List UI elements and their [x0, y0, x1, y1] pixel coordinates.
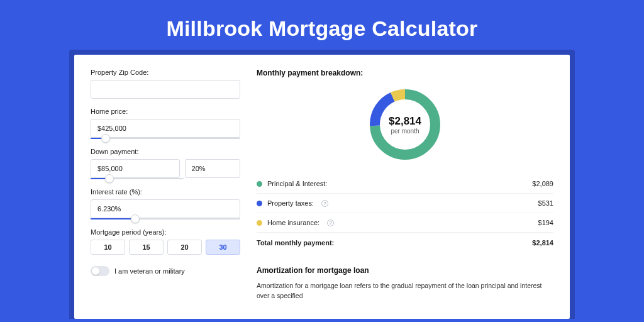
- home-price-group: Home price:: [91, 108, 240, 139]
- legend-value: $531: [538, 199, 553, 207]
- period-option-20[interactable]: 20: [167, 240, 202, 255]
- info-icon[interactable]: ?: [327, 219, 334, 226]
- veteran-label: I am veteran or military: [114, 267, 185, 275]
- legend-row: Principal & Interest:$2,089: [257, 174, 553, 194]
- donut-center: $2,814 per month: [367, 86, 443, 163]
- legend-dot: [257, 220, 262, 226]
- legend-row: Home insurance:?$194: [257, 213, 553, 233]
- breakdown-column: Monthly payment breakdown: $2,814 per mo…: [257, 69, 553, 319]
- donut-amount: $2,814: [389, 115, 421, 128]
- period-option-10[interactable]: 10: [91, 240, 125, 255]
- interest-label: Interest rate (%):: [91, 188, 240, 196]
- home-price-slider-thumb[interactable]: [101, 134, 110, 143]
- veteran-toggle[interactable]: [91, 266, 109, 276]
- zip-input[interactable]: [91, 80, 240, 99]
- home-price-slider[interactable]: [91, 138, 240, 139]
- home-price-input[interactable]: [91, 119, 240, 138]
- period-group: Mortgage period (years): 10152030: [91, 228, 240, 255]
- total-row: Total monthly payment: $2,814: [257, 233, 553, 252]
- legend-row: Property taxes:?$531: [257, 194, 553, 213]
- calculator-card-wrap: Property Zip Code: Home price: Down paym…: [74, 55, 570, 319]
- zip-group: Property Zip Code:: [91, 69, 240, 99]
- period-option-15[interactable]: 15: [129, 240, 164, 255]
- down-payment-pct-input[interactable]: [185, 159, 240, 178]
- interest-group: Interest rate (%):: [91, 188, 240, 219]
- period-option-30[interactable]: 30: [206, 240, 240, 255]
- interest-slider[interactable]: [91, 218, 240, 219]
- zip-label: Property Zip Code:: [91, 69, 240, 76]
- form-column: Property Zip Code: Home price: Down paym…: [91, 69, 240, 319]
- donut-wrap: $2,814 per month: [257, 86, 553, 163]
- down-payment-slider[interactable]: [91, 178, 184, 179]
- page-title: Millbrook Mortgage Calculator: [0, 0, 644, 55]
- total-label: Total monthly payment:: [257, 239, 334, 247]
- interest-input[interactable]: [91, 199, 240, 218]
- legend-label: Property taxes:: [267, 199, 314, 207]
- amortization-section: Amortization for mortgage loan Amortizat…: [257, 266, 553, 301]
- period-label: Mortgage period (years):: [91, 228, 240, 236]
- info-icon[interactable]: ?: [321, 200, 328, 207]
- legend-dot: [257, 201, 262, 206]
- breakdown-title: Monthly payment breakdown:: [257, 69, 553, 77]
- legend-dot: [257, 181, 262, 187]
- total-value: $2,814: [532, 239, 553, 247]
- payment-donut-chart: $2,814 per month: [367, 86, 443, 163]
- calculator-card: Property Zip Code: Home price: Down paym…: [74, 55, 570, 319]
- amortization-title: Amortization for mortgage loan: [257, 266, 553, 275]
- veteran-row: I am veteran or military: [91, 266, 240, 276]
- down-payment-slider-thumb[interactable]: [105, 174, 114, 183]
- legend-value: $2,089: [532, 180, 553, 187]
- legend-label: Home insurance:: [267, 219, 319, 226]
- amortization-body: Amortization for a mortgage loan refers …: [257, 281, 553, 301]
- legend-label: Principal & Interest:: [267, 180, 327, 187]
- down-payment-input[interactable]: [91, 159, 180, 178]
- legend-value: $194: [538, 219, 553, 226]
- down-payment-group: Down payment:: [91, 148, 240, 179]
- down-payment-label: Down payment:: [91, 148, 240, 155]
- home-price-label: Home price:: [91, 108, 240, 115]
- donut-sub: per month: [391, 128, 419, 135]
- interest-slider-thumb[interactable]: [131, 214, 140, 223]
